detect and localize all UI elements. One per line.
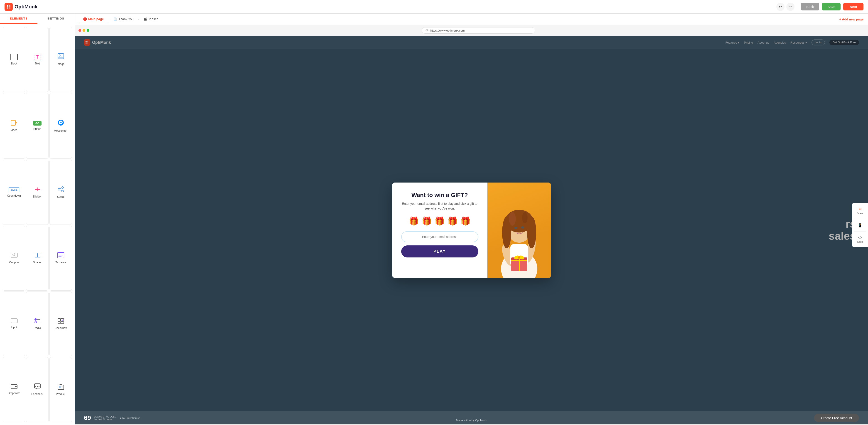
- add-page-button[interactable]: + Add new page: [839, 18, 864, 21]
- thank-you-icon: 📄: [114, 18, 117, 21]
- browser-url-bar[interactable]: 👁 https://www.optimonk.com: [422, 27, 535, 34]
- svg-point-45: [37, 386, 38, 387]
- element-textarea[interactable]: Textarea: [50, 226, 72, 290]
- element-social[interactable]: Social: [50, 160, 72, 225]
- tab-teaser[interactable]: 🎬 Teaser: [140, 16, 161, 23]
- view-label: View: [857, 212, 863, 215]
- stats-area: 69 created a free Opti...the last 24 hou…: [84, 414, 140, 422]
- element-block[interactable]: Block: [3, 27, 25, 92]
- stat-number: 69: [84, 414, 91, 422]
- teaser-label: Teaser: [148, 17, 158, 21]
- code-icon: </>: [858, 236, 862, 239]
- svg-point-31: [35, 319, 36, 320]
- svg-line-16: [60, 190, 62, 191]
- element-countdown-label: Countdown: [7, 194, 21, 197]
- view-mobile-button[interactable]: 📱: [854, 221, 866, 230]
- svg-point-5: [59, 55, 60, 56]
- svg-rect-0: [7, 5, 8, 7]
- divider-icon: [34, 187, 40, 193]
- gift-3: 🎁: [435, 216, 445, 226]
- svg-point-8: [58, 120, 64, 125]
- dot-maximize: [87, 29, 89, 32]
- create-account-button[interactable]: Create Free Account: [814, 414, 859, 422]
- svg-line-15: [60, 188, 62, 189]
- element-feedback-label: Feedback: [31, 393, 43, 396]
- element-feedback[interactable]: Feedback: [26, 357, 49, 422]
- browser-bar: 👁 https://www.optimonk.com: [75, 25, 868, 36]
- left-panel: ELEMENTS SETTINGS Block T Text Image: [0, 13, 75, 425]
- stat-text: created a free Opti...the last 24 hours: [94, 415, 116, 421]
- messenger-icon: [58, 119, 64, 128]
- svg-point-73: [509, 212, 516, 226]
- right-content: 🔴 Main page › 📄 Thank You › 🎬 Teaser + A…: [75, 13, 868, 425]
- element-messenger[interactable]: Messenger: [50, 93, 72, 159]
- popup-subtitle: Enter your email address first to play a…: [401, 201, 478, 211]
- element-video[interactable]: Video: [3, 93, 25, 159]
- main-page-icon: 🔴: [83, 17, 87, 21]
- element-radio[interactable]: Radio: [26, 291, 49, 356]
- dot-minimize: [83, 29, 85, 32]
- text-icon: T: [34, 54, 41, 60]
- svg-rect-29: [11, 319, 17, 323]
- element-product[interactable]: Product: [50, 357, 72, 422]
- element-countdown[interactable]: 3:2:1 Countdown: [3, 160, 25, 225]
- email-input[interactable]: [401, 231, 478, 242]
- play-button[interactable]: PLAY: [401, 246, 478, 257]
- popup-title: Want to win a GIFT?: [411, 192, 468, 199]
- gift-1: 🎁: [409, 216, 419, 226]
- radio-icon: [34, 318, 40, 325]
- element-input[interactable]: Input: [3, 291, 25, 356]
- chevron-2: ›: [138, 18, 139, 21]
- next-button[interactable]: Next: [843, 3, 864, 10]
- element-messenger-label: Messenger: [54, 129, 67, 132]
- popup-right: [488, 182, 551, 278]
- svg-point-44: [35, 386, 36, 387]
- element-input-label: Input: [11, 326, 17, 329]
- element-checkbox[interactable]: Checkbox: [50, 291, 72, 356]
- element-spacer[interactable]: Spacer: [26, 226, 49, 290]
- spacer-icon: [34, 252, 40, 259]
- eye-icon: 👁: [426, 29, 429, 32]
- coupon-icon: %: [11, 252, 18, 259]
- element-coupon[interactable]: % Coupon: [3, 226, 25, 290]
- back-button[interactable]: Back: [801, 3, 819, 10]
- dropdown-icon: [11, 385, 18, 390]
- save-button[interactable]: Save: [822, 3, 841, 10]
- element-dropdown[interactable]: Dropdown: [3, 357, 25, 422]
- chevron-1: ›: [108, 18, 109, 21]
- tab-main-page[interactable]: 🔴 Main page: [80, 16, 107, 23]
- thank-you-label: Thank You: [118, 17, 133, 21]
- gift-2: 🎁: [422, 216, 432, 226]
- element-spacer-label: Spacer: [33, 261, 41, 264]
- element-social-label: Social: [57, 195, 64, 198]
- view-code-button[interactable]: </> Code: [854, 234, 866, 246]
- element-image[interactable]: Image: [50, 27, 72, 92]
- logo-text: OptiMonk: [14, 4, 37, 10]
- svg-rect-39: [58, 322, 61, 323]
- tab-thank-you[interactable]: 📄 Thank You: [110, 16, 137, 23]
- svg-rect-40: [61, 322, 64, 323]
- svg-point-74: [522, 212, 528, 223]
- element-text[interactable]: T Text: [26, 27, 49, 92]
- elements-grid: Block T Text Image Video: [0, 24, 74, 425]
- svg-point-63: [527, 217, 536, 248]
- input-icon: [11, 318, 18, 324]
- svg-point-46: [38, 386, 39, 387]
- element-button[interactable]: GO Button: [26, 93, 49, 159]
- svg-rect-48: [58, 385, 64, 390]
- undo-button[interactable]: ↩: [776, 3, 784, 11]
- popup-overlay: ✕ Want to win a GIFT? Enter your email a…: [75, 36, 868, 424]
- stat-source: ▲ by ProveSource: [119, 417, 140, 419]
- video-icon: [11, 120, 18, 127]
- view-desktop-button[interactable]: 🖥 View: [854, 205, 866, 217]
- tab-elements[interactable]: ELEMENTS: [0, 13, 37, 24]
- svg-point-13: [58, 189, 60, 190]
- view-controls: 🖥 View 📱 </> Code: [852, 203, 868, 247]
- woman-illustration: [490, 182, 549, 278]
- element-divider[interactable]: Divider: [26, 160, 49, 225]
- page-tabs: 🔴 Main page › 📄 Thank You › 🎬 Teaser + A…: [75, 13, 868, 25]
- tab-settings[interactable]: SETTINGS: [37, 13, 75, 24]
- element-product-label: Product: [56, 393, 65, 396]
- redo-button[interactable]: ↪: [786, 3, 795, 11]
- element-block-label: Block: [11, 62, 17, 65]
